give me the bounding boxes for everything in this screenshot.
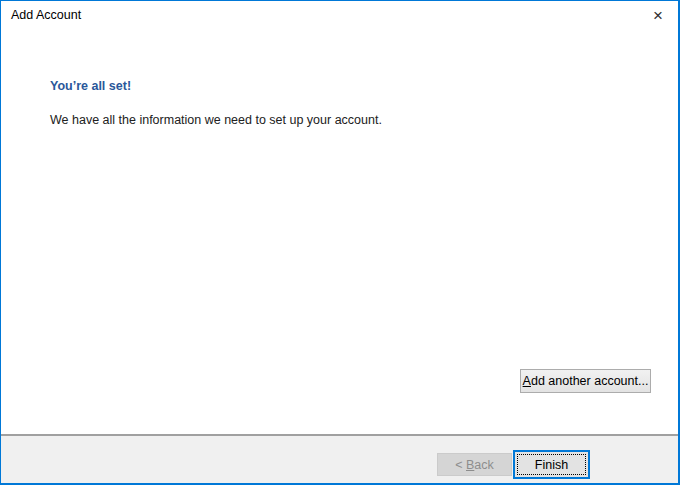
back-button[interactable]: < Back	[437, 453, 512, 476]
setup-message: We have all the information we need to s…	[50, 113, 382, 127]
close-button[interactable]: ×	[644, 3, 672, 29]
back-label-prefix: <	[455, 458, 466, 472]
success-heading: You’re all set!	[50, 79, 131, 93]
back-label: ack	[474, 458, 493, 472]
add-another-accelerator: A	[523, 374, 531, 388]
window-title: Add Account	[11, 8, 81, 22]
footer: < Back Finish	[1, 436, 678, 483]
finish-button[interactable]: Finish	[513, 450, 590, 479]
add-another-account-button[interactable]: Add another account...	[520, 369, 651, 393]
add-account-dialog: Add Account × You’re all set! We have al…	[0, 0, 680, 485]
close-icon: ×	[653, 6, 663, 25]
finish-label: Finish	[535, 458, 568, 472]
add-another-label: dd another account...	[531, 374, 648, 388]
